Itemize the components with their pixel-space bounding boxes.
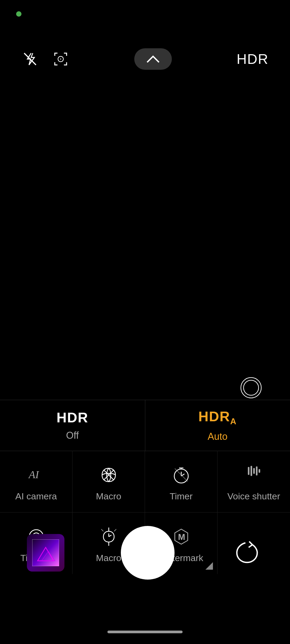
timer-label: Timer [170, 491, 193, 502]
flash-button[interactable] [21, 50, 39, 68]
svg-point-2 [60, 58, 61, 60]
chevron-up-button[interactable] [134, 48, 172, 70]
hdr-off-name: HDR [56, 409, 88, 426]
ai-camera-label: AI camera [15, 491, 57, 502]
svg-rect-16 [259, 469, 260, 473]
focus-indicator [239, 376, 263, 400]
feature-ai-camera[interactable]: AI AI camera [0, 451, 73, 513]
top-controls: HDR [0, 48, 290, 70]
svg-rect-13 [251, 466, 252, 476]
shutter-button[interactable] [121, 526, 175, 580]
bottom-controls [0, 526, 290, 580]
status-dot [16, 11, 21, 17]
svg-rect-14 [253, 468, 255, 474]
feature-timer[interactable]: Timer [145, 451, 218, 513]
hdr-auto-option[interactable]: HDRA Auto [145, 400, 290, 451]
hdr-top-label[interactable]: HDR [237, 51, 269, 67]
voice-shutter-icon [243, 464, 264, 486]
top-left-icons [21, 50, 69, 68]
svg-rect-26 [32, 539, 59, 566]
svg-rect-12 [248, 467, 249, 475]
hdr-options-panel: HDR Off HDRA Auto [0, 400, 290, 451]
hdr-off-status: Off [66, 430, 79, 441]
macro-icon [98, 464, 119, 486]
flip-camera-button[interactable] [231, 537, 263, 569]
gallery-thumbnail[interactable] [27, 534, 64, 572]
svg-point-3 [241, 378, 261, 398]
home-indicator [107, 631, 183, 633]
status-bar [16, 11, 32, 17]
svg-point-4 [244, 380, 259, 395]
feature-macro[interactable]: Macro [73, 451, 145, 513]
timer-icon [171, 464, 192, 486]
hdr-auto-name: HDRA [198, 408, 237, 426]
focus-button[interactable] [52, 50, 69, 68]
ai-camera-icon: AI [26, 464, 47, 486]
svg-rect-15 [256, 466, 258, 475]
hdr-auto-status: Auto [208, 431, 227, 442]
voice-shutter-label: Voice shutter [227, 491, 280, 502]
hdr-off-option[interactable]: HDR Off [0, 400, 145, 451]
macro-label: Macro [96, 491, 121, 502]
feature-voice-shutter[interactable]: Voice shutter [218, 451, 290, 513]
svg-text:AI: AI [28, 469, 39, 481]
